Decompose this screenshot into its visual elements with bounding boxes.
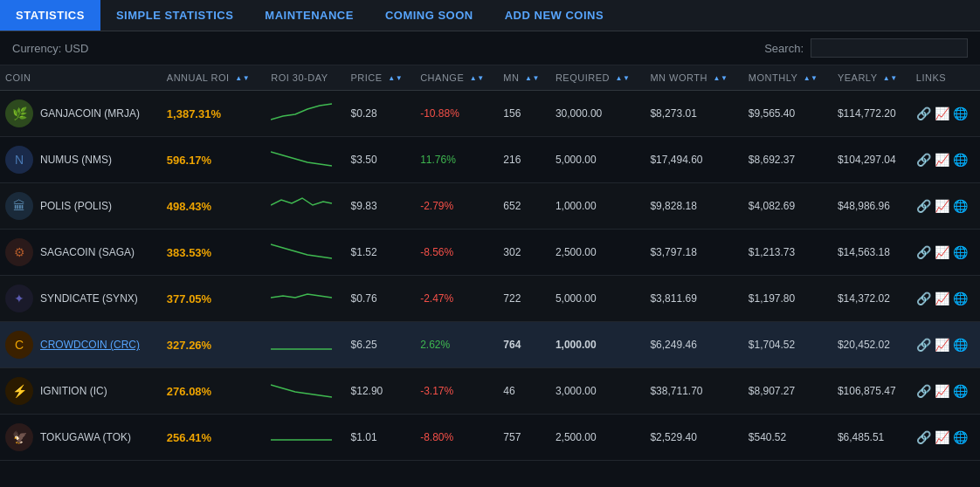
table-row: 🌿 GANJACOIN (MRJA) 1,387.31% $0.28 -10.8… [0,91,980,137]
yearly-ignition: $106,875.47 [832,368,911,415]
link-web-icon-crowdcoin[interactable]: 🌐 [953,338,968,352]
col-annual-roi[interactable]: ANNUAL ROI ▲▼ [162,65,266,91]
required-tokugawa: 2,500.00 [550,415,645,461]
annual-roi-syndicate: 377.05% [162,276,266,322]
roi-30day-ganjacoin [266,91,345,137]
link-web-icon-polis[interactable]: 🌐 [953,199,968,213]
required-sagacoin: 2,500.00 [550,230,645,276]
links-crowdcoin: 🔗 📈 🌐 [911,322,980,368]
change-ignition: -3.17% [415,368,498,415]
link-chain-icon-numus[interactable]: 🔗 [916,153,931,167]
col-monthly[interactable]: MONTHLY ▲▼ [743,65,832,91]
link-chain-icon-crowdcoin[interactable]: 🔗 [916,338,931,352]
coin-name-crowdcoin[interactable]: CROWDCOIN (CRC) [40,339,140,351]
tab-add-new-coins[interactable]: ADD NEW COINS [489,0,619,31]
coin-icon-sagacoin: ⚙ [5,238,33,266]
link-chart-icon-polis[interactable]: 📈 [935,199,949,213]
table-row: ✦ SYNDICATE (SYNX) 377.05% $0.76 -2.47% … [0,276,980,322]
monthly-ignition: $8,907.27 [743,368,832,415]
price-syndicate: $0.76 [346,276,416,322]
link-web-icon-tokugawa[interactable]: 🌐 [953,430,968,444]
currency-label: Currency: USD [12,42,88,55]
coin-name-ganjacoin: GANJACOIN (MRJA) [40,107,140,120]
yearly-crowdcoin: $20,452.02 [832,322,911,368]
coin-name-ignition: IGNITION (IC) [40,385,107,397]
table-row: C CROWDCOIN (CRC) 327.26% $6.25 2.62% 76… [0,322,980,368]
coin-icon-syndicate: ✦ [5,285,33,312]
price-polis: $9.83 [346,183,416,230]
required-ganjacoin: 30,000.00 [550,91,645,137]
table-container: COIN ANNUAL ROI ▲▼ ROI 30-DAY PRICE ▲▼ C… [0,65,980,461]
col-change[interactable]: CHANGE ▲▼ [415,65,498,91]
sort-arrows-annual-roi: ▲▼ [235,75,250,82]
table-row: 🦅 TOKUGAWA (TOK) 256.41% $1.01 -8.80% 75… [0,415,980,461]
price-crowdcoin: $6.25 [346,322,416,368]
sort-arrows-yearly: ▲▼ [883,75,898,82]
tab-simple-statistics[interactable]: SIMPLE STATISTICS [100,0,249,31]
col-mn-worth[interactable]: MN WORTH ▲▼ [645,65,742,91]
coin-name-polis: POLIS (POLIS) [40,200,112,212]
navbar: STATISTICS SIMPLE STATISTICS MAINTENANCE… [0,0,980,31]
link-chart-icon-ignition[interactable]: 📈 [935,384,949,398]
mn-worth-ganjacoin: $8,273.01 [645,91,742,137]
link-chart-icon-ganjacoin[interactable]: 📈 [935,106,949,120]
col-roi-30-day: ROI 30-DAY [266,65,345,91]
link-chain-icon-tokugawa[interactable]: 🔗 [916,430,931,444]
change-polis: -2.79% [415,183,498,230]
sort-arrows-change: ▲▼ [470,75,485,82]
mn-crowdcoin: 764 [498,322,550,368]
tab-maintenance[interactable]: MAINTENANCE [249,0,369,31]
annual-roi-crowdcoin: 327.26% [162,322,266,368]
mn-polis: 652 [498,183,550,230]
price-ignition: $12.90 [346,368,416,415]
link-chart-icon-crowdcoin[interactable]: 📈 [935,338,949,352]
links-ignition: 🔗 📈 🌐 [911,368,980,415]
link-web-icon-ganjacoin[interactable]: 🌐 [953,106,968,120]
tab-coming-soon[interactable]: COMING SOON [369,0,489,31]
mn-worth-syndicate: $3,811.69 [645,276,742,322]
required-syndicate: 5,000.00 [550,276,645,322]
link-chain-icon-ganjacoin[interactable]: 🔗 [916,106,931,120]
link-web-icon-sagacoin[interactable]: 🌐 [953,245,968,259]
col-mn[interactable]: MN ▲▼ [498,65,550,91]
mn-worth-polis: $9,828.18 [645,183,742,230]
monthly-tokugawa: $540.52 [743,415,832,461]
col-required[interactable]: REQUIRED ▲▼ [550,65,645,91]
mn-worth-numus: $17,494.60 [645,137,742,183]
link-chain-icon-syndicate[interactable]: 🔗 [916,292,931,305]
col-price[interactable]: PRICE ▲▼ [346,65,416,91]
link-chart-icon-numus[interactable]: 📈 [935,153,949,167]
link-chain-icon-polis[interactable]: 🔗 [916,199,931,213]
link-web-icon-numus[interactable]: 🌐 [953,153,968,167]
coin-cell-polis: 🏛 POLIS (POLIS) [0,183,162,230]
yearly-sagacoin: $14,563.18 [832,230,911,276]
monthly-sagacoin: $1,213.73 [743,230,832,276]
link-chart-icon-syndicate[interactable]: 📈 [935,292,949,305]
link-web-icon-syndicate[interactable]: 🌐 [953,292,968,305]
monthly-syndicate: $1,197.80 [743,276,832,322]
sort-arrows-mn-worth: ▲▼ [714,75,728,82]
col-coin: COIN [0,65,162,91]
col-yearly[interactable]: YEARLY ▲▼ [832,65,911,91]
coin-cell-tokugawa: 🦅 TOKUGAWA (TOK) [0,415,162,461]
search-label: Search: [764,42,804,55]
links-ganjacoin: 🔗 📈 🌐 [911,91,980,137]
search-input[interactable] [811,38,968,58]
tab-statistics[interactable]: STATISTICS [0,0,100,31]
link-chain-icon-ignition[interactable]: 🔗 [916,384,931,398]
sort-arrows-price: ▲▼ [388,75,403,82]
link-chart-icon-tokugawa[interactable]: 📈 [935,430,949,444]
change-crowdcoin: 2.62% [415,322,498,368]
coin-icon-crowdcoin: C [5,331,33,359]
table-body: 🌿 GANJACOIN (MRJA) 1,387.31% $0.28 -10.8… [0,91,980,461]
link-web-icon-ignition[interactable]: 🌐 [953,384,968,398]
mn-ganjacoin: 156 [498,91,550,137]
links-tokugawa: 🔗 📈 🌐 [911,415,980,461]
link-chain-icon-sagacoin[interactable]: 🔗 [916,245,931,259]
table-row: ⚙ SAGACOIN (SAGA) 383.53% $1.52 -8.56% 3… [0,230,980,276]
coin-cell-crowdcoin: C CROWDCOIN (CRC) [0,322,162,368]
link-chart-icon-sagacoin[interactable]: 📈 [935,245,949,259]
coin-cell-syndicate: ✦ SYNDICATE (SYNX) [0,276,162,322]
coin-icon-ignition: ⚡ [5,377,33,405]
links-syndicate: 🔗 📈 🌐 [911,276,980,322]
